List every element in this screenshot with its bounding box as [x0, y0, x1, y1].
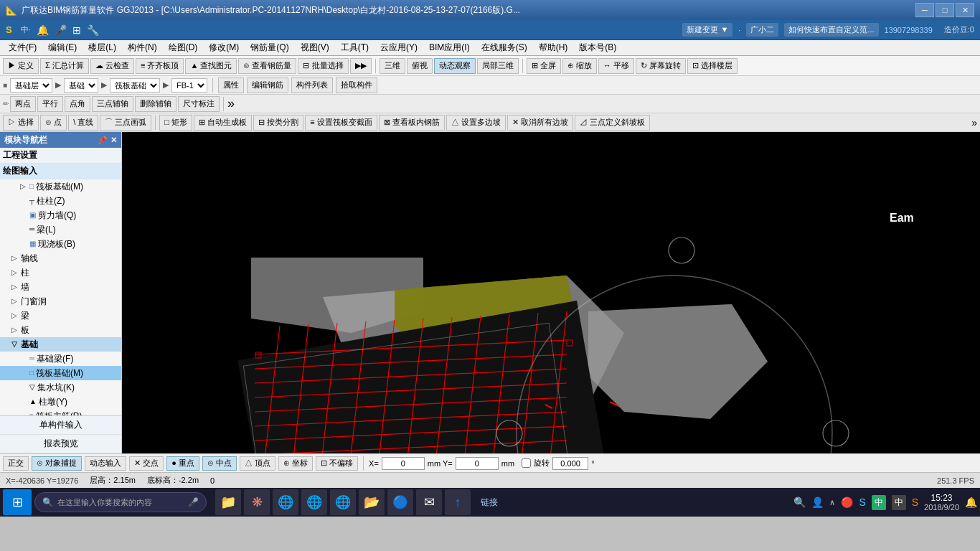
btn-rect[interactable]: □ 矩形 [159, 115, 192, 131]
btn-point-angle[interactable]: 点角 [65, 96, 90, 112]
foundation-select[interactable]: 筏板基础 [110, 78, 160, 93]
snap-midpoint[interactable]: ● 重点 [166, 456, 199, 471]
btn-define[interactable]: ▶ 定义 [3, 58, 39, 74]
x-input[interactable] [382, 457, 425, 470]
tree-item-pier[interactable]: ▲ 柱墩(Y) [0, 395, 121, 409]
minimize-button[interactable]: ─ [915, 3, 934, 17]
btn-set-slope[interactable]: △ 设置多边坡 [446, 115, 506, 131]
btn-batch-select[interactable]: ⊟ 批量选择 [298, 58, 348, 74]
taskbar-app-browser4[interactable]: 🌐 [330, 489, 356, 515]
ime-sohu[interactable]: S [912, 496, 918, 508]
menu-edit[interactable]: 编辑(E) [42, 40, 83, 55]
tray-search[interactable]: 🔍 [793, 496, 806, 508]
start-button[interactable]: ⊞ [3, 489, 32, 515]
taskbar-app-mail[interactable]: ✉ [416, 489, 442, 515]
snap-object[interactable]: ⊙ 对象捕捉 [32, 456, 82, 471]
btn-view-inner-rebar[interactable]: ⊠ 查看板内钢筋 [379, 115, 445, 131]
tree-item-raft-found[interactable]: □ 筏板基础(M) [0, 366, 121, 380]
btn-fullscreen[interactable]: ⊞ 全屏 [527, 58, 561, 74]
tree-item-beams[interactable]: ▷ 梁 [0, 309, 121, 323]
type-select[interactable]: 基础 [64, 78, 98, 93]
menu-component[interactable]: 构件(N) [122, 40, 163, 55]
taskbar-search[interactable]: 🔍 在这里输入你要搜索的内容 🎤 [34, 492, 207, 512]
menu-cloud[interactable]: 云应用(Y) [374, 40, 423, 55]
btn-three-point-axis[interactable]: 三点辅轴 [92, 96, 133, 112]
tray-person[interactable]: 👤 [811, 496, 824, 508]
tree-item-walls[interactable]: ▷ 墙 [0, 280, 121, 294]
menu-modify[interactable]: 修改(M) [203, 40, 245, 55]
tray-arrow[interactable]: ∧ [829, 498, 835, 507]
taskbar-app-browser2[interactable]: 🌐 [273, 489, 298, 515]
menu-floor[interactable]: 楼层(L) [83, 40, 122, 55]
ime-input[interactable]: 中 [892, 495, 906, 510]
tree-item-column[interactable]: ▷ 柱 [0, 265, 121, 280]
nav-report[interactable]: 报表预览 [0, 435, 121, 453]
ime-zh[interactable]: 中 [872, 495, 886, 510]
snap-dynamic[interactable]: 动态输入 [85, 456, 126, 471]
btn-two-point[interactable]: 两点 [10, 96, 36, 112]
menu-tools[interactable]: 工具(T) [335, 40, 374, 55]
btn-dimension[interactable]: 尺寸标注 [178, 96, 220, 112]
snap-center[interactable]: ⊙ 中点 [202, 456, 237, 471]
menu-help[interactable]: 帮助(H) [533, 40, 574, 55]
expand-btn2[interactable]: » [971, 117, 977, 128]
btn-pick-component[interactable]: 拾取构件 [336, 77, 377, 93]
btn-dynamic-observe[interactable]: 动态观察 [434, 58, 476, 74]
menu-view[interactable]: 视图(V) [295, 40, 335, 55]
tray-app1[interactable]: 🔴 [841, 496, 853, 508]
btn-3d[interactable]: 三维 [380, 58, 405, 74]
btn-cloud-check[interactable]: ☁ 云检查 [90, 58, 134, 74]
rotate-check[interactable] [522, 458, 531, 468]
tree-item-slabs[interactable]: ▷ 板 [0, 323, 121, 337]
btn-component-list[interactable]: 构件列表 [291, 77, 333, 93]
btn-delete-axis[interactable]: 删除辅轴 [135, 96, 176, 112]
btn-define-slope[interactable]: ⊿ 三点定义斜坡板 [575, 115, 650, 131]
close-button[interactable]: ✕ [956, 3, 974, 17]
menu-bim[interactable]: BIM应用(I) [423, 40, 476, 55]
tree-item-beam[interactable]: ═ 梁(L) [0, 222, 121, 237]
tree-item-sump[interactable]: ▽ 集水坑(K) [0, 380, 121, 395]
btn-screen-rotate[interactable]: ↻ 屏幕旋转 [636, 58, 686, 74]
taskbar-app-browser3[interactable]: 🌐 [301, 489, 327, 515]
menu-rebar[interactable]: 钢筋量(Q) [245, 40, 294, 55]
tree-item-raft[interactable]: ▷ □ 筏板基础(M) [0, 179, 121, 194]
action-center[interactable]: 🔔 [965, 496, 977, 508]
snap-no-offset[interactable]: ⊡ 不偏移 [316, 456, 358, 471]
btn-find-element[interactable]: ▲ 查找图元 [185, 58, 237, 74]
btn-zoom[interactable]: ⊕ 缩放 [562, 58, 597, 74]
btn-auto-gen[interactable]: ⊞ 自动生成板 [194, 115, 252, 131]
btn-select[interactable]: ▷ 选择 [3, 115, 39, 131]
taskbar-clock[interactable]: 15:23 2018/9/20 [924, 493, 959, 512]
menu-draw[interactable]: 绘图(D) [163, 40, 204, 55]
nav-single-component[interactable]: 单构件输入 [0, 416, 121, 435]
element-select[interactable]: FB-1 [171, 78, 207, 93]
btn-calculate[interactable]: Σ 汇总计算 [40, 58, 89, 74]
taskbar-app-folder[interactable]: 📂 [359, 489, 385, 515]
canvas-area[interactable]: Z X Y B A A1 Eam [122, 132, 980, 453]
btn-top-view[interactable]: 俯视 [407, 58, 433, 74]
btn-point[interactable]: ⊙ 点 [40, 115, 67, 131]
tree-item-foundation[interactable]: ▽ 基础 [0, 337, 121, 352]
nav-close-btn[interactable]: ✕ [110, 136, 117, 145]
btn-align-top[interactable]: ≡ 齐齐板顶 [136, 58, 184, 74]
tree-item-col[interactable]: ┬ 柱柱(Z) [0, 194, 121, 208]
btn-set-section[interactable]: ≡ 设置筏板变截面 [305, 115, 377, 131]
snap-coord[interactable]: ⊕ 坐标 [278, 456, 313, 471]
btn-local-3d[interactable]: 局部三维 [477, 58, 519, 74]
taskbar-app-blue[interactable]: ↑ [445, 489, 471, 515]
rotate-input[interactable] [552, 457, 588, 470]
expand-btn[interactable]: » [227, 96, 235, 111]
tree-item-wall[interactable]: ▣ 剪力墙(Q) [0, 208, 121, 222]
btn-cancel-slope[interactable]: ✕ 取消所有边坡 [507, 115, 573, 131]
tree-item-slab[interactable]: ▦ 现浇板(B) [0, 237, 121, 251]
btn-line[interactable]: \ 直线 [68, 115, 98, 131]
menu-online[interactable]: 在线服务(S) [476, 40, 533, 55]
btn-arc[interactable]: ⌒ 三点画弧 [100, 115, 151, 131]
btn-view-rebar[interactable]: ⊙ 查看钢筋量 [238, 58, 296, 74]
nav-section-draw[interactable]: 绘图输入 [0, 164, 121, 179]
tree-item-axis[interactable]: ▷ 轴线 [0, 251, 121, 265]
tree-item-openings[interactable]: ▷ 门窗洞 [0, 294, 121, 309]
tree-item-main-rebar[interactable]: ≡ 筏板主筋(R) [0, 409, 121, 415]
btn-pan[interactable]: ↔ 平移 [598, 58, 634, 74]
btn-split[interactable]: ⊟ 按类分割 [253, 115, 303, 131]
